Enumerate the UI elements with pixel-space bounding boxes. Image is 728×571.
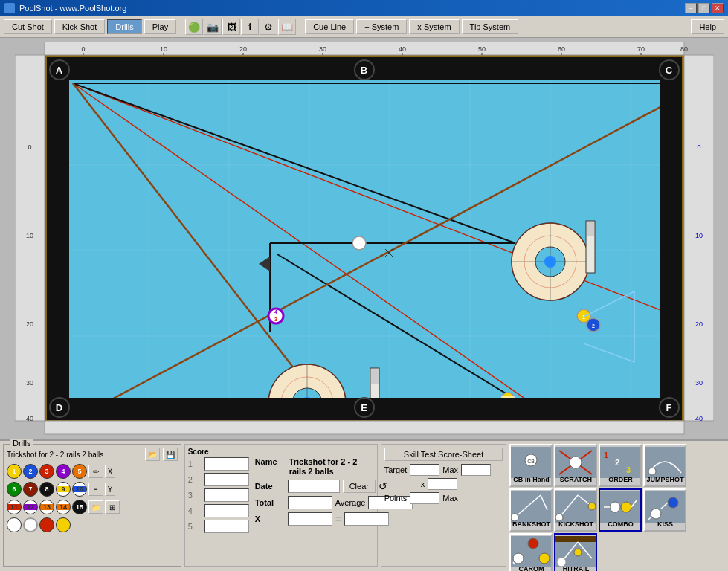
multiplier-input[interactable]	[428, 478, 457, 490]
settings-icon[interactable]: ⚙	[260, 19, 277, 35]
app-icon	[4, 3, 15, 13]
x-system-button[interactable]: x System	[409, 19, 459, 34]
pocket-b-label: B	[361, 65, 367, 76]
power-icon[interactable]: 🟢	[185, 19, 203, 35]
drills-folder-btn[interactable]: 📁	[88, 500, 103, 514]
clear-button[interactable]: Clear	[343, 480, 376, 493]
ball-12[interactable]: 12	[23, 500, 38, 514]
svg-line-42	[73, 83, 553, 398]
target-input[interactable]	[410, 464, 439, 476]
maximize-button[interactable]: □	[698, 3, 710, 13]
score-input-5[interactable]	[204, 520, 249, 533]
drills-button[interactable]: Drills	[107, 19, 141, 34]
table-container: 0 10 20 30 40 50 60 70 80 0 10 20 30 40	[15, 42, 714, 436]
ball-solid[interactable]	[23, 517, 38, 532]
target-label: Target	[384, 465, 408, 474]
date-input[interactable]	[288, 480, 340, 493]
shot-carom[interactable]: CAROM	[509, 533, 553, 571]
svg-point-96	[570, 457, 582, 468]
ball-x-btn1[interactable]: X	[105, 465, 115, 478]
ball-4[interactable]: 4	[56, 464, 71, 479]
table-area: 0 10 20 30 40 50 60 70 80 0 10 20 30 40	[0, 38, 728, 439]
skill-target-row: Target Max	[384, 464, 503, 476]
ball-15[interactable]: 15	[72, 500, 87, 514]
camera-icon[interactable]: 📷	[204, 19, 222, 35]
drills-title: Trickshot for 2 - 2 rails 2 balls	[7, 451, 142, 459]
kick-shot-button[interactable]: Kick Shot	[54, 19, 105, 34]
svg-text:0: 0	[28, 143, 31, 151]
svg-point-77	[281, 377, 333, 398]
score-input-3[interactable]	[204, 488, 249, 502]
shot-cb-in-hand[interactable]: CB CB in Hand	[509, 444, 553, 487]
pocket-f-label: F	[666, 402, 672, 413]
max-input[interactable]	[461, 464, 491, 476]
svg-rect-128	[555, 536, 596, 542]
shot-jumpshot[interactable]: JUMPSHOT	[643, 444, 686, 487]
shot-kickshot[interactable]: KICKSHOT	[554, 488, 597, 532]
plus-system-button[interactable]: + System	[356, 19, 407, 34]
ball-11[interactable]: 11	[7, 500, 22, 514]
ball-2[interactable]: 2	[23, 464, 38, 479]
minimize-button[interactable]: –	[685, 3, 697, 13]
shot-scratch[interactable]: SCRATCH	[554, 444, 597, 487]
svg-line-50	[84, 83, 660, 398]
drills-load-btn[interactable]: 📂	[145, 448, 160, 461]
ball-8[interactable]: 8	[39, 482, 54, 497]
score-input-1[interactable]	[204, 457, 249, 471]
drills-section-label: Drills	[10, 439, 33, 448]
help-button[interactable]: Help	[691, 19, 724, 34]
svg-text:20: 20	[695, 320, 702, 328]
ball-red-solid[interactable]	[39, 517, 54, 532]
skill-test-button[interactable]: Skill Test Score-Sheet	[384, 448, 503, 461]
svg-point-63	[587, 318, 600, 332]
svg-text:40: 40	[398, 45, 405, 53]
score-input-2[interactable]	[204, 473, 249, 486]
ball-cue[interactable]	[7, 517, 22, 532]
svg-text:10: 10	[159, 45, 167, 53]
ball-3[interactable]: 3	[39, 464, 54, 479]
svg-point-61	[577, 309, 590, 323]
felt[interactable]: 5 1 2 4 3	[69, 80, 660, 398]
points-input[interactable]	[410, 492, 439, 504]
close-button[interactable]: ✕	[712, 3, 724, 13]
kiss-label: KISS	[657, 520, 673, 528]
shot-hitrail[interactable]: HITRAIL	[554, 533, 597, 571]
ball-14[interactable]: 14	[56, 500, 71, 514]
pool-table[interactable]: 5 1 2 4 3	[45, 55, 684, 422]
ball-9[interactable]: 9	[56, 482, 71, 497]
image-icon[interactable]: 🖼	[222, 19, 240, 35]
svg-point-132	[574, 549, 582, 556]
drills-list-btn[interactable]: ≡	[88, 483, 103, 496]
drill-name: Trickshot for 2 - 2rails 2 balls	[289, 457, 358, 477]
shot-bankshot[interactable]: BANKSHOT	[509, 488, 553, 532]
ball-7[interactable]: 7	[23, 482, 38, 497]
drills-edit-btn[interactable]: ✏	[88, 465, 103, 478]
x-input[interactable]	[288, 512, 332, 526]
svg-point-66	[271, 312, 280, 320]
ball-y-btn[interactable]: Y	[105, 483, 115, 496]
cue-line-button[interactable]: Cue Line	[305, 19, 354, 34]
play-button[interactable]: Play	[144, 19, 176, 34]
pocket-a-label: A	[56, 65, 62, 76]
cut-shot-button[interactable]: Cut Shot	[4, 19, 52, 34]
shot-order[interactable]: 1 2 3 ORDER	[599, 444, 642, 487]
drills-save-btn[interactable]: 💾	[163, 448, 178, 461]
book-icon[interactable]: 📖	[278, 19, 296, 35]
ball-5[interactable]: 5	[72, 464, 87, 479]
drills-grid-btn[interactable]: ⊞	[105, 500, 120, 514]
svg-rect-1	[15, 55, 45, 421]
ball-10[interactable]: 10	[72, 482, 87, 497]
ball-yellow-solid[interactable]	[56, 517, 71, 532]
info-icon[interactable]: ℹ	[241, 19, 259, 35]
total-input[interactable]	[288, 496, 332, 509]
svg-rect-3	[45, 421, 684, 434]
score-input-4[interactable]	[204, 504, 249, 517]
ball-1[interactable]: 1	[7, 464, 22, 479]
svg-text:2: 2	[592, 323, 595, 329]
shot-combo[interactable]: COMBO	[599, 488, 642, 532]
ball-6[interactable]: 6	[7, 482, 22, 497]
tip-system-button[interactable]: Tip System	[462, 19, 519, 34]
ball-13[interactable]: 13	[39, 500, 54, 514]
svg-point-102	[648, 468, 656, 475]
shot-kiss[interactable]: KISS	[643, 488, 686, 532]
